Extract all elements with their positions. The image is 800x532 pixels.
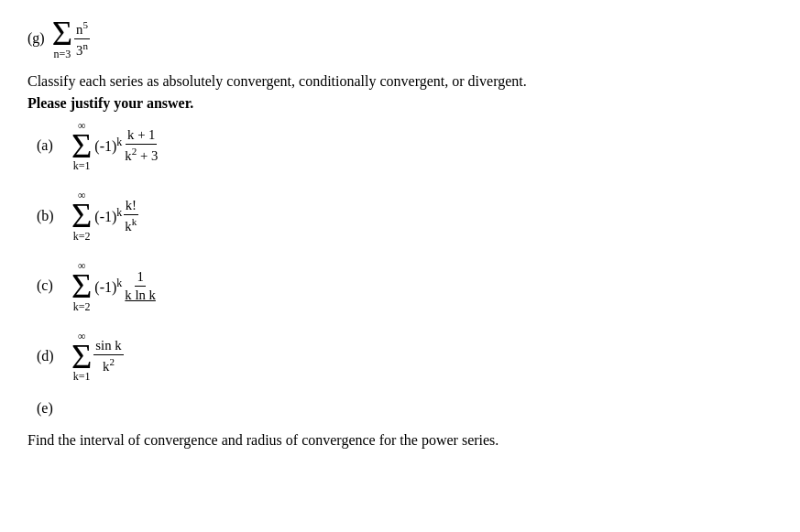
sum-a: ∞ Σ k=1 (-1)k k + 1 k2 + 3 <box>70 120 159 172</box>
problem-b: (b) ∞ Σ k=2 (-1)k k! kk <box>37 190 773 242</box>
neg-one-c: (-1)k <box>94 277 122 296</box>
classify-line1: Classify each series as absolutely conve… <box>27 73 527 89</box>
label-c: (c) <box>37 277 70 294</box>
label-a: (a) <box>37 137 70 154</box>
problem-a: (a) ∞ Σ k=1 (-1)k k + 1 k2 + 3 <box>37 120 773 172</box>
frac-d: sin k k2 <box>93 338 123 375</box>
frac-c: 1 k ln k <box>123 269 158 303</box>
sum-c: ∞ Σ k=2 (-1)k 1 k ln k <box>70 260 158 312</box>
neg-one-a: (-1)k <box>94 136 122 155</box>
sigma-c: ∞ Σ k=2 <box>71 260 92 312</box>
classify-instruction: Classify each series as absolutely conve… <box>27 71 773 114</box>
find-text-content: Find the interval of convergence and rad… <box>27 432 499 448</box>
frac-a: k + 1 k2 + 3 <box>123 127 159 164</box>
find-text: Find the interval of convergence and rad… <box>27 429 773 451</box>
sigma-d: ∞ Σ k=1 <box>71 331 92 383</box>
top-sigma: Σ n=3 <box>52 18 72 60</box>
sum-d: ∞ Σ k=1 sin k k2 <box>70 331 124 383</box>
label-e: (e) <box>37 400 70 417</box>
problems-list: (a) ∞ Σ k=1 (-1)k k + 1 k2 + 3 (b) ∞ Σ k… <box>37 120 773 418</box>
sigma-a: ∞ Σ k=1 <box>71 120 92 172</box>
label-b: (b) <box>37 208 70 224</box>
sum-b: ∞ Σ k=2 (-1)k k! kk <box>70 190 138 242</box>
problem-e: (e) <box>37 400 773 417</box>
sigma-b: ∞ Σ k=2 <box>71 190 92 242</box>
top-label: (g) <box>27 30 45 47</box>
problem-c: (c) ∞ Σ k=2 (-1)k 1 k ln k <box>37 260 773 312</box>
neg-one-b: (-1)k <box>94 206 122 225</box>
label-d: (d) <box>37 348 70 364</box>
frac-b: k! kk <box>123 198 138 234</box>
top-series-g: (g) Σ n=3 n5 3n <box>27 18 773 60</box>
problem-d: (d) ∞ Σ k=1 sin k k2 <box>37 331 773 383</box>
top-fraction: n5 3n <box>74 19 90 59</box>
classify-line2: Please justify your answer. <box>27 95 193 111</box>
